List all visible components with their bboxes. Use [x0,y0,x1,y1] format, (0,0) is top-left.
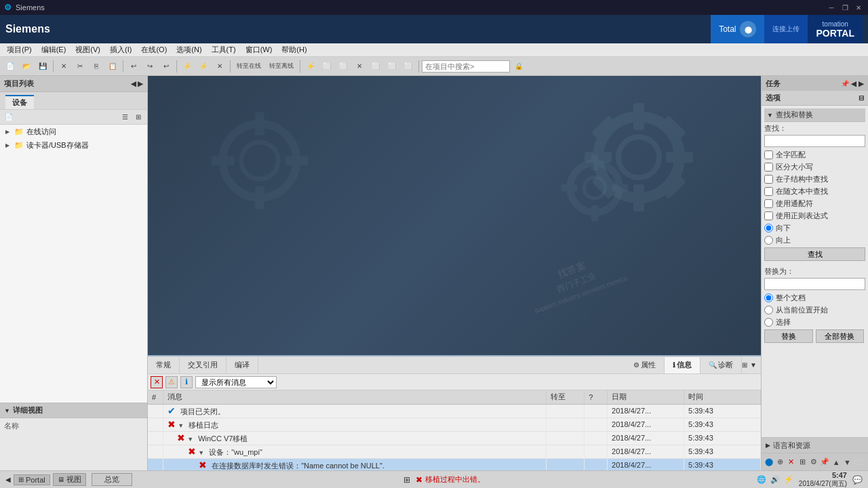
open-btn[interactable]: 📂 [19,59,34,74]
total-btn[interactable]: 总览 [92,473,132,486]
table-row[interactable]: ✖ ▼ 移植日志 2018/4/27... 5:39:43 [148,418,761,431]
lang-header[interactable]: ▶ 语言和资源 [762,438,868,453]
icon-btn3[interactable]: ⬜ [336,59,351,74]
rb-down-icon[interactable]: ▼ [843,456,852,468]
checkbox-regex-input[interactable] [764,211,773,220]
online-btn2[interactable]: ⚡ [196,59,211,74]
rb-blue-circle-icon[interactable]: ⬤ [764,456,773,468]
menu-edit[interactable]: 编辑(E) [37,44,71,56]
portal-btn[interactable]: ⊞ Portal [14,474,50,485]
rb-settings-icon[interactable]: ⚙ [809,456,818,468]
msg-warning-btn[interactable]: ⚠ [165,376,178,388]
msg-clear-btn[interactable]: ✕ [151,376,163,388]
icon-btn7[interactable]: ⬜ [401,59,416,74]
expand-arrow[interactable]: ▼ [198,449,204,456]
menu-project[interactable]: 项目(P) [3,44,36,56]
tab-diagnostic[interactable]: 🔍 诊断 [701,357,742,373]
collapse-icon[interactable]: ◀ [131,80,136,87]
rb-table-icon[interactable]: ⊞ [797,456,806,468]
radio-selection-input[interactable] [764,318,773,327]
checkbox-case-input[interactable] [764,163,773,171]
rb-up-icon[interactable]: ▲ [831,456,840,468]
tab-general[interactable]: 常规 [148,357,180,373]
tree-list-btn[interactable]: ☰ [119,111,131,123]
minimize-btn[interactable] [826,2,837,13]
table-row-selected[interactable]: ✖ 在连接数据库时发生错误："Name cannot be NULL". 201… [148,458,761,470]
device-tab[interactable]: 设备 [5,95,34,109]
icon-btn5[interactable]: ⬜ [368,59,383,74]
save-project-btn[interactable]: 💾 [35,59,50,74]
rb-center-icon[interactable]: ⊕ [775,456,784,468]
expand-arrow[interactable]: ▼ [187,436,193,443]
task-icon3[interactable]: ▶ [859,80,864,87]
menu-tools[interactable]: 工具(T) [208,44,240,56]
tree-item-reader[interactable]: ▶ 📁 读卡器/USB存储器 [0,138,147,152]
tree-detail-btn[interactable]: ⊞ [132,111,144,123]
cut-btn[interactable]: ✂ [73,59,87,74]
radio-down-input[interactable] [764,224,773,232]
expand-icon[interactable]: ▶ [138,80,143,87]
view-btn[interactable]: 🖥 视图 [53,473,86,486]
tree-item-online[interactable]: ▶ 📁 在线访问 [0,125,147,138]
menu-insert[interactable]: 插入(I) [106,44,136,56]
btn-x[interactable]: ✕ [212,59,227,74]
checkbox-wildcard-input[interactable] [764,199,773,208]
icon-btn6[interactable]: ⬜ [384,59,399,74]
menu-help[interactable]: 帮助(H) [277,44,311,56]
tab-cross-ref[interactable]: 交叉引用 [180,357,226,373]
left-arrow-icon[interactable]: ◀ [5,476,11,483]
upload-btn[interactable]: 连接上传 [764,15,808,43]
rb-pin-icon[interactable]: 📌 [820,456,829,468]
online-btn1[interactable]: ⚡ [180,59,195,74]
undo2-btn[interactable]: ↪ [142,59,157,74]
radio-from-current-input[interactable] [764,306,773,314]
rb-close-red-icon[interactable]: ✕ [787,456,795,468]
radio-up-input[interactable] [764,236,773,245]
checkbox-hidden-text-input[interactable] [764,187,773,196]
go-offline-btn[interactable]: 转至离线 [266,59,297,74]
task-icon2[interactable]: ◀ [851,80,856,87]
close-btn[interactable] [853,2,864,13]
find-input[interactable] [764,135,865,147]
table-row[interactable]: ✖ ▼ 设备："wu_mpi" 2018/4/27... 5:39:43 [148,445,761,458]
table-row[interactable]: ✔ 项目已关闭。 2018/4/27... 5:39:43 [148,404,761,418]
close-btn2[interactable]: ✕ [56,59,71,74]
tab-properties[interactable]: ⚙ 属性 [625,357,665,373]
replace-button[interactable]: 替换 [764,329,813,343]
copy-btn[interactable]: ⎘ [89,59,104,74]
icon-btn1[interactable]: ⚡ [303,59,318,74]
checkbox-full-word-input[interactable] [764,150,773,159]
collapse-panel-icon[interactable]: ▼ [750,361,757,369]
notification-icon[interactable]: 💬 [852,475,863,485]
go-online-btn[interactable]: 转至在线 [233,59,264,74]
replace-input[interactable] [764,278,865,290]
msg-info-btn[interactable]: ℹ [180,376,193,388]
icon-btn4[interactable]: ✕ [352,59,367,74]
tab-info[interactable]: ℹ 信息 [665,357,701,373]
redo-btn[interactable]: ↩ [159,59,174,74]
menu-view[interactable]: 视图(V) [71,44,104,56]
table-row[interactable]: ✖ ▼ WinCC V7移植 2018/4/27... 5:39:43 [148,431,761,445]
restore-btn[interactable] [840,2,850,13]
menu-window[interactable]: 窗口(W) [241,44,277,56]
msg-filter-dropdown[interactable]: 显示所有消息 [195,376,277,388]
checkbox-substructure-input[interactable] [764,175,773,184]
options-minimize-icon[interactable]: ⊟ [859,94,864,102]
project-search-input[interactable] [422,60,510,73]
find-replace-section-header[interactable]: ▼ 查找和替换 [764,108,865,122]
search-button[interactable]: 查找 [764,247,865,261]
tree-add-btn[interactable]: 📄 [3,111,15,123]
menu-online[interactable]: 在线(O) [137,44,171,56]
replace-all-button[interactable]: 全部替换 [816,329,865,343]
expand-panel-icon[interactable]: ⊞ [742,361,747,369]
task-icon1[interactable]: 📌 [841,80,849,87]
radio-whole-doc-input[interactable] [764,293,773,302]
icon-btn2[interactable]: ⬜ [319,59,334,74]
detail-collapse-arrow[interactable]: ▼ [4,407,10,414]
undo-btn[interactable]: ↩ [126,59,141,74]
new-btn[interactable]: 📄 [3,59,18,74]
tab-compile[interactable]: 编译 [226,357,258,373]
paste-btn[interactable]: 📋 [105,59,120,74]
expand-arrow[interactable]: ▼ [178,422,184,429]
menu-options[interactable]: 选项(N) [172,44,205,56]
